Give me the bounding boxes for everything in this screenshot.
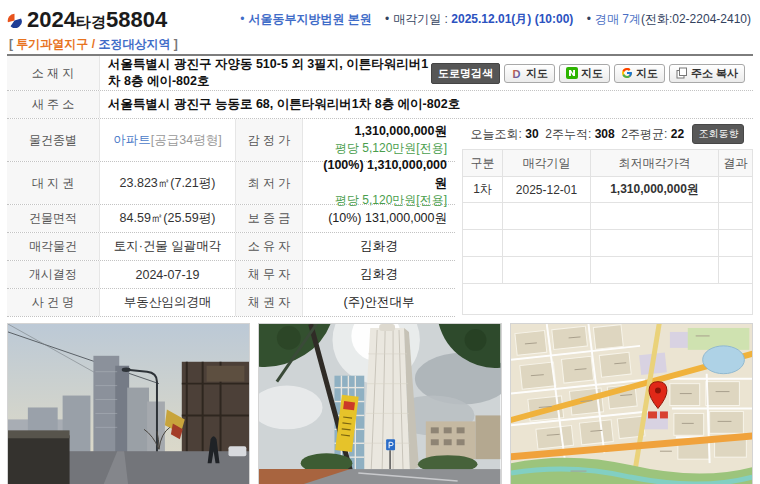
google-map-icon [621, 67, 633, 79]
detail-split: 물건종별 아파트[공급34평형] 감 정 가 1,310,000,000원 평당… [7, 119, 753, 317]
debtor-label: 채 무 자 [235, 261, 303, 288]
address-buttons: 도로명검색 D 지도 지도 [431, 63, 745, 84]
property-type-label: 물건종별 [7, 119, 100, 161]
apartment-link[interactable]: 아파트 [113, 132, 151, 149]
google-map-button[interactable]: 지도 [614, 64, 665, 83]
auction-dept-info: 경매 7계(전화:02-2204-2410) [587, 12, 751, 26]
deposit-label: 보 증 금 [235, 205, 303, 232]
svg-text:D: D [512, 68, 520, 80]
case-logo-icon [7, 13, 22, 28]
building-area-value: 84.59㎡(25.59평) [100, 205, 235, 232]
creditor-label: 채 권 자 [235, 289, 303, 316]
deposit-value: (10%) 131,000,000원 [303, 205, 455, 232]
date-value: 2025-12-01 [503, 177, 591, 203]
case-number-title: 2024타경58804 [27, 7, 167, 33]
round-value: 1차 [463, 177, 503, 203]
new-address-value: 서울특별시 광진구 능동로 68, 이튼타워리버1차 8층 에이-802호 [108, 96, 460, 113]
row-casename-creditor: 사 건 명 부동산임의경매 채 권 자 (주)안전대부 [7, 289, 455, 317]
bracket-open: [ [9, 37, 13, 51]
two-week-total-views: 308 [595, 127, 615, 141]
today-views: 30 [525, 127, 538, 141]
daum-map-button[interactable]: D 지도 [504, 64, 555, 83]
schedule-empty-row [463, 257, 753, 284]
start-decision-value: 2024-07-19 [100, 261, 235, 288]
location-value: 서울특별시 광진구 자양동 510-5 외 3필지, 이튼타워리버1차 8층 에… [108, 56, 431, 90]
col-result: 결과 [719, 150, 753, 177]
row-building-deposit: 건물면적 84.59㎡(25.59평) 보 증 금 (10%) 131,000,… [7, 205, 455, 233]
sale-object-value: 토지·건물 일괄매각 [100, 233, 235, 260]
row-land-minprice: 대 지 권 23.823㎡(7.21평) 최 저 가 (100%) 1,310,… [7, 162, 455, 205]
case-name-label: 사 건 명 [7, 289, 100, 316]
schedule-footer-row [463, 284, 753, 315]
schedule-header-row: 구분 매각기일 최저매각가격 결과 [463, 150, 753, 177]
zone-separator: / [92, 37, 95, 51]
min-price-label: 최 저 가 [235, 162, 303, 204]
row-start-debtor: 개시결정 2024-07-19 채 무 자 김화경 [7, 261, 455, 289]
photo-street-view[interactable] [7, 323, 250, 484]
debtor-value: 김화경 [303, 261, 455, 288]
col-date: 매각기일 [503, 150, 591, 177]
location-label: 소 재 지 [7, 56, 100, 90]
bracket-close: ] [174, 37, 178, 51]
sale-schedule-table: 구분 매각기일 최저매각가격 결과 1차 2025-12-01 1,310,00… [462, 149, 753, 315]
min-price-value: (100%) 1,310,000,000원 평당 5,120만원[전용] [303, 162, 455, 204]
road-name-search-button[interactable]: 도로명검색 [431, 63, 500, 84]
header-info-line: 서울동부지방법원 본원 매각기일 : 2025.12.01(月) (10:00)… [230, 11, 751, 28]
new-address-label: 새 주 소 [7, 91, 100, 118]
property-type-value: 아파트[공급34평형] [100, 119, 235, 161]
start-decision-label: 개시결정 [7, 261, 100, 288]
col-min-price: 최저매각가격 [591, 150, 719, 177]
col-round: 구분 [463, 150, 503, 177]
result-value [719, 177, 753, 203]
creditor-value: (주)안전대부 [303, 289, 455, 316]
left-detail-table: 물건종별 아파트[공급34평형] 감 정 가 1,310,000,000원 평당… [7, 119, 455, 317]
zone-adjustment: 조정대상지역 [98, 37, 170, 51]
photo-building-exterior[interactable] [258, 323, 501, 484]
row-location: 소 재 지 서울특별시 광진구 자양동 510-5 외 3필지, 이튼타워리버1… [7, 56, 753, 91]
header: 2024타경58804 [ 투기과열지구 / 조정대상지역 ] 서울동부지방법원… [7, 4, 753, 54]
row-new-address: 새 주 소 서울특별시 광진구 능동로 68, 이튼타워리버1차 8층 에이-8… [7, 91, 753, 119]
case-name-value: 부동산임의경매 [100, 289, 235, 316]
daum-map-icon: D [511, 67, 523, 79]
sale-date-info: 매각기일 : 2025.12.01(月) (10:00) [385, 12, 573, 26]
photo-location-map[interactable] [510, 323, 753, 484]
copy-address-button[interactable]: 주소 복사 [669, 64, 745, 83]
zone-speculation: 투기과열지구 [16, 37, 88, 51]
building-area-label: 건물면적 [7, 205, 100, 232]
row-saleobject-owner: 매각물건 토지·건물 일괄매각 소 유 자 김화경 [7, 233, 455, 261]
naver-map-button[interactable]: 지도 [559, 64, 610, 83]
land-right-label: 대 지 권 [7, 162, 100, 204]
appraisal-label: 감 정 가 [235, 119, 303, 161]
two-week-avg-views: 22 [671, 127, 684, 141]
naver-map-icon [566, 67, 578, 79]
property-info-table: 소 재 지 서울특별시 광진구 자양동 510-5 외 3필지, 이튼타워리버1… [7, 54, 753, 317]
appraisal-value: 1,310,000,000원 평당 5,120만원[전용] [303, 119, 455, 161]
regulation-zone-line: [ 투기과열지구 / 조정대상지역 ] [9, 36, 753, 53]
view-trend-button[interactable]: 조회동향 [692, 124, 744, 144]
price-value: 1,310,000,000원 [591, 177, 719, 203]
photo-strip [7, 323, 753, 484]
owner-value: 김화경 [303, 233, 455, 260]
sale-object-label: 매각물건 [7, 233, 100, 260]
right-panel: 오늘조회: 30 2주누적: 308 2주평균: 22 조회동향 구분 매각기일… [462, 119, 753, 315]
schedule-empty-row [463, 203, 753, 230]
court-name: 서울동부지방법원 본원 [240, 12, 372, 26]
copy-icon [676, 67, 688, 79]
land-right-value: 23.823㎡(7.21평) [100, 162, 235, 204]
schedule-row-1: 1차 2025-12-01 1,310,000,000원 [463, 177, 753, 203]
owner-label: 소 유 자 [235, 233, 303, 260]
auction-detail-page: 2024타경58804 [ 투기과열지구 / 조정대상지역 ] 서울동부지방법원… [0, 0, 760, 484]
view-counts-line: 오늘조회: 30 2주누적: 308 2주평균: 22 조회동향 [462, 119, 753, 149]
schedule-empty-row [463, 230, 753, 257]
